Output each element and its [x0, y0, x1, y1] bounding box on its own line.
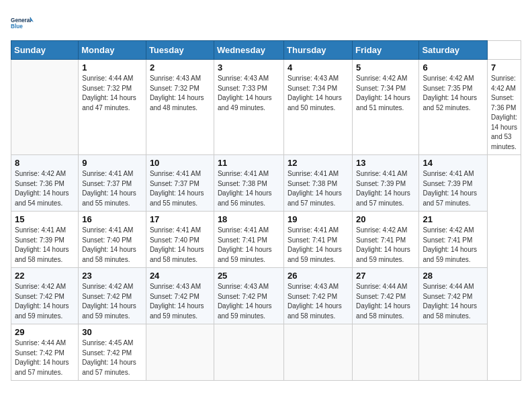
day-number: 17	[150, 214, 210, 224]
day-number: 6	[423, 62, 484, 73]
calendar-cell: 18Sunrise: 4:41 AMSunset: 7:41 PMDayligh…	[214, 212, 283, 268]
day-number: 10	[150, 158, 210, 168]
calendar-week-row: 8Sunrise: 4:42 AMSunset: 7:36 PMDaylight…	[11, 155, 521, 212]
day-number: 3	[218, 62, 280, 73]
calendar-cell: 5Sunrise: 4:42 AMSunset: 7:34 PMDaylight…	[353, 60, 419, 155]
calendar-cell: 30Sunrise: 4:45 AMSunset: 7:42 PMDayligh…	[79, 324, 146, 381]
day-info: Sunrise: 4:41 AMSunset: 7:37 PMDaylight:…	[82, 169, 142, 208]
calendar-cell: 20Sunrise: 4:42 AMSunset: 7:41 PMDayligh…	[353, 212, 419, 268]
calendar-week-row: 22Sunrise: 4:42 AMSunset: 7:42 PMDayligh…	[11, 268, 521, 324]
calendar-cell: 9Sunrise: 4:41 AMSunset: 7:37 PMDaylight…	[79, 155, 146, 212]
day-info: Sunrise: 4:43 AMSunset: 7:42 PMDaylight:…	[287, 282, 349, 321]
day-info: Sunrise: 4:42 AMSunset: 7:34 PMDaylight:…	[356, 74, 415, 113]
day-info: Sunrise: 4:43 AMSunset: 7:34 PMDaylight:…	[287, 74, 349, 113]
day-info: Sunrise: 4:41 AMSunset: 7:39 PMDaylight:…	[356, 169, 415, 208]
day-number: 22	[15, 271, 75, 281]
calendar-cell: 6Sunrise: 4:42 AMSunset: 7:35 PMDaylight…	[419, 60, 488, 155]
calendar-cell: 4Sunrise: 4:43 AMSunset: 7:34 PMDaylight…	[284, 60, 353, 155]
day-info: Sunrise: 4:43 AMSunset: 7:33 PMDaylight:…	[218, 74, 280, 113]
day-number: 9	[82, 158, 142, 168]
column-header-wednesday: Wednesday	[214, 41, 283, 60]
calendar-cell: 2Sunrise: 4:43 AMSunset: 7:32 PMDaylight…	[146, 60, 214, 155]
day-info: Sunrise: 4:44 AMSunset: 7:42 PMDaylight:…	[423, 282, 484, 321]
column-header-friday: Friday	[353, 41, 419, 60]
calendar-cell: 3Sunrise: 4:43 AMSunset: 7:33 PMDaylight…	[214, 60, 283, 155]
calendar-cell: 17Sunrise: 4:41 AMSunset: 7:40 PMDayligh…	[146, 212, 214, 268]
day-info: Sunrise: 4:42 AMSunset: 7:42 PMDaylight:…	[82, 282, 142, 321]
calendar-cell: 13Sunrise: 4:41 AMSunset: 7:39 PMDayligh…	[353, 155, 419, 212]
column-header-saturday: Saturday	[419, 41, 488, 60]
day-number: 23	[82, 271, 142, 281]
calendar-cell: 1Sunrise: 4:44 AMSunset: 7:32 PMDaylight…	[79, 60, 146, 155]
calendar-cell	[214, 324, 283, 381]
day-info: Sunrise: 4:44 AMSunset: 7:42 PMDaylight:…	[356, 282, 415, 321]
calendar-cell: 15Sunrise: 4:41 AMSunset: 7:39 PMDayligh…	[11, 212, 79, 268]
calendar-header-row: SundayMondayTuesdayWednesdayThursdayFrid…	[11, 41, 521, 60]
day-number: 28	[423, 271, 484, 281]
column-header-thursday: Thursday	[284, 41, 353, 60]
day-number: 2	[150, 62, 210, 73]
day-number: 1	[82, 62, 142, 73]
day-info: Sunrise: 4:43 AMSunset: 7:32 PMDaylight:…	[150, 74, 210, 113]
day-number: 15	[15, 214, 75, 224]
day-number: 11	[218, 158, 280, 168]
calendar-cell: 29Sunrise: 4:44 AMSunset: 7:42 PMDayligh…	[11, 324, 79, 381]
day-info: Sunrise: 4:41 AMSunset: 7:39 PMDaylight:…	[15, 226, 75, 265]
day-info: Sunrise: 4:42 AMSunset: 7:35 PMDaylight:…	[423, 74, 484, 113]
calendar-cell: 19Sunrise: 4:41 AMSunset: 7:41 PMDayligh…	[284, 212, 353, 268]
day-number: 21	[423, 214, 484, 224]
calendar-cell: 12Sunrise: 4:41 AMSunset: 7:38 PMDayligh…	[284, 155, 353, 212]
logo-icon: GeneralBlue	[11, 11, 35, 35]
day-info: Sunrise: 4:41 AMSunset: 7:38 PMDaylight:…	[218, 169, 280, 208]
day-info: Sunrise: 4:42 AMSunset: 7:36 PMDaylight:…	[491, 74, 517, 152]
calendar-week-row: 1Sunrise: 4:44 AMSunset: 7:32 PMDaylight…	[11, 60, 521, 155]
day-info: Sunrise: 4:43 AMSunset: 7:42 PMDaylight:…	[150, 282, 210, 321]
calendar-cell: 27Sunrise: 4:44 AMSunset: 7:42 PMDayligh…	[353, 268, 419, 324]
day-info: Sunrise: 4:42 AMSunset: 7:36 PMDaylight:…	[15, 169, 75, 208]
calendar-cell	[284, 324, 353, 381]
day-number: 8	[15, 158, 75, 168]
day-number: 27	[356, 271, 415, 281]
calendar-cell: 26Sunrise: 4:43 AMSunset: 7:42 PMDayligh…	[284, 268, 353, 324]
day-number: 19	[287, 214, 349, 224]
calendar-cell: 23Sunrise: 4:42 AMSunset: 7:42 PMDayligh…	[79, 268, 146, 324]
calendar-cell: 25Sunrise: 4:43 AMSunset: 7:42 PMDayligh…	[214, 268, 283, 324]
calendar-cell: 21Sunrise: 4:42 AMSunset: 7:41 PMDayligh…	[419, 212, 488, 268]
day-number: 12	[287, 158, 349, 168]
calendar-cell: 7Sunrise: 4:42 AMSunset: 7:36 PMDaylight…	[488, 60, 521, 155]
calendar-cell: 14Sunrise: 4:41 AMSunset: 7:39 PMDayligh…	[419, 155, 488, 212]
calendar-cell: 24Sunrise: 4:43 AMSunset: 7:42 PMDayligh…	[146, 268, 214, 324]
day-number: 30	[82, 327, 142, 337]
calendar-table: SundayMondayTuesdayWednesdayThursdayFrid…	[11, 40, 521, 381]
day-info: Sunrise: 4:41 AMSunset: 7:37 PMDaylight:…	[150, 169, 210, 208]
day-number: 25	[218, 271, 280, 281]
calendar-cell: 10Sunrise: 4:41 AMSunset: 7:37 PMDayligh…	[146, 155, 214, 212]
day-info: Sunrise: 4:43 AMSunset: 7:42 PMDaylight:…	[218, 282, 280, 321]
svg-text:General: General	[11, 17, 32, 24]
day-number: 20	[356, 214, 415, 224]
day-number: 29	[15, 327, 75, 337]
day-info: Sunrise: 4:41 AMSunset: 7:40 PMDaylight:…	[82, 226, 142, 265]
day-number: 26	[287, 271, 349, 281]
calendar-week-row: 15Sunrise: 4:41 AMSunset: 7:39 PMDayligh…	[11, 212, 521, 268]
day-info: Sunrise: 4:41 AMSunset: 7:41 PMDaylight:…	[287, 226, 349, 265]
day-number: 4	[287, 62, 349, 73]
day-info: Sunrise: 4:45 AMSunset: 7:42 PMDaylight:…	[82, 338, 142, 377]
calendar-cell: 22Sunrise: 4:42 AMSunset: 7:42 PMDayligh…	[11, 268, 79, 324]
day-number: 7	[491, 62, 517, 73]
svg-text:Blue: Blue	[11, 24, 23, 30]
day-info: Sunrise: 4:41 AMSunset: 7:40 PMDaylight:…	[150, 226, 210, 265]
day-info: Sunrise: 4:42 AMSunset: 7:42 PMDaylight:…	[15, 282, 75, 321]
day-number: 18	[218, 214, 280, 224]
day-number: 16	[82, 214, 142, 224]
calendar-cell: 8Sunrise: 4:42 AMSunset: 7:36 PMDaylight…	[11, 155, 79, 212]
calendar-cell: 28Sunrise: 4:44 AMSunset: 7:42 PMDayligh…	[419, 268, 488, 324]
day-info: Sunrise: 4:42 AMSunset: 7:41 PMDaylight:…	[356, 226, 415, 265]
day-number: 13	[356, 158, 415, 168]
day-info: Sunrise: 4:41 AMSunset: 7:38 PMDaylight:…	[287, 169, 349, 208]
column-header-tuesday: Tuesday	[146, 41, 214, 60]
calendar-week-row: 29Sunrise: 4:44 AMSunset: 7:42 PMDayligh…	[11, 324, 521, 381]
day-info: Sunrise: 4:41 AMSunset: 7:39 PMDaylight:…	[423, 169, 484, 208]
page-header: GeneralBlue	[11, 11, 521, 35]
column-header-sunday: Sunday	[11, 41, 79, 60]
